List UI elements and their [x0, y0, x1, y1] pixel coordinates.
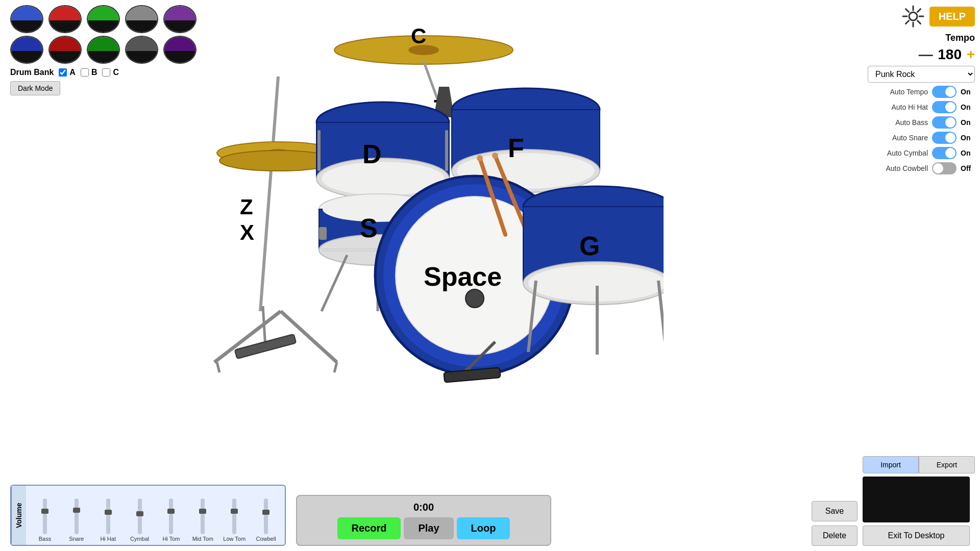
auto-tempo-toggle[interactable]: [932, 86, 957, 98]
style-select[interactable]: Punk Rock Jazz Rock Pop Blues Hip Hop: [868, 66, 975, 83]
volume-label: Volume: [11, 486, 26, 545]
channel-hihat: Hi Hat: [94, 498, 122, 542]
hihat-x-label[interactable]: X: [240, 220, 254, 244]
svg-line-7: [917, 9, 920, 12]
tempo-value: 180: [937, 46, 963, 63]
hihat-fader[interactable]: [106, 498, 110, 534]
cowbell-channel-label: Cowbell: [256, 536, 276, 542]
save-button[interactable]: Save: [812, 501, 857, 521]
svg-line-9: [260, 77, 278, 311]
bass-channel-label: Bass: [39, 536, 51, 542]
auto-cymbal-toggle[interactable]: [932, 147, 957, 159]
auto-snare-state: On: [961, 134, 975, 142]
svg-line-13: [334, 362, 337, 372]
auto-tempo-row: Auto Tempo On: [868, 86, 975, 98]
gear-icon[interactable]: [902, 5, 924, 28]
auto-cymbal-label: Auto Cymbal: [868, 149, 928, 157]
svg-line-5: [905, 9, 909, 12]
auto-cymbal-state: On: [961, 149, 975, 157]
channel-cowbell: Cowbell: [252, 498, 280, 542]
top-icons-row: HELP: [902, 5, 975, 28]
swatch-red-dark[interactable]: [48, 36, 82, 64]
svg-line-8: [905, 21, 909, 24]
auto-hihat-label: Auto Hi Hat: [868, 103, 928, 111]
swatch-gray[interactable]: [125, 5, 158, 33]
bank-c-checkbox[interactable]: C: [102, 68, 119, 77]
waveform-display: [863, 477, 970, 522]
svg-point-52: [492, 153, 498, 159]
svg-rect-27: [445, 130, 448, 171]
help-button[interactable]: HELP: [929, 7, 975, 27]
hihat-channel-label: Hi Hat: [100, 536, 116, 542]
dark-mode-button[interactable]: Dark Mode: [10, 81, 60, 95]
midtom-fader[interactable]: [201, 498, 205, 534]
lowtom-fader[interactable]: [232, 498, 236, 534]
bass-fader[interactable]: [43, 498, 47, 534]
midtom-channel-label: Mid Tom: [192, 536, 213, 542]
loop-button[interactable]: Loop: [457, 517, 510, 539]
hitom-fader[interactable]: [169, 498, 173, 534]
right-tom-f-label[interactable]: F: [508, 133, 524, 163]
import-export-row: Import Export: [863, 456, 975, 473]
bank-a-checkbox[interactable]: A: [59, 68, 76, 77]
record-button[interactable]: Record: [337, 517, 401, 539]
transport-buttons: Record Play Loop: [337, 517, 510, 539]
svg-point-45: [465, 289, 484, 308]
auto-bass-row: Auto Bass On: [868, 116, 975, 129]
auto-snare-toggle[interactable]: [932, 132, 957, 144]
auto-hihat-row: Auto Hi Hat On: [868, 101, 975, 113]
bass-space-label[interactable]: Space: [424, 262, 502, 291]
cymbal-c-label[interactable]: C: [411, 24, 426, 48]
swatch-green[interactable]: [87, 5, 120, 33]
auto-hihat-toggle[interactable]: [932, 101, 957, 113]
settings-panel: HELP Tempo — 180 + Punk Rock Jazz Rock P…: [863, 5, 975, 174]
swatch-blue-dark[interactable]: [10, 36, 43, 64]
svg-line-39: [322, 255, 347, 311]
channel-bass: Bass: [31, 498, 59, 542]
auto-cowbell-toggle[interactable]: [932, 162, 957, 174]
volume-mixer: Volume Bass Snare Hi Hat Cymbal: [10, 485, 286, 546]
auto-cowbell-state: Off: [961, 164, 975, 172]
tempo-plus-button[interactable]: +: [967, 47, 975, 62]
export-button[interactable]: Export: [919, 456, 975, 473]
svg-line-17: [263, 306, 265, 347]
swatch-gray-dark[interactable]: [125, 36, 158, 64]
hihat-z-label[interactable]: Z: [240, 195, 253, 219]
swatch-red[interactable]: [48, 5, 82, 33]
swatch-blue[interactable]: [10, 5, 43, 33]
auto-snare-label: Auto Snare: [868, 134, 928, 142]
floor-tom-g-label[interactable]: G: [579, 231, 600, 261]
auto-cowbell-row: Auto Cowbell Off: [868, 162, 975, 174]
auto-bass-toggle[interactable]: [932, 116, 957, 129]
svg-point-51: [477, 155, 483, 161]
auto-bass-state: On: [961, 118, 975, 127]
cymbal-fader[interactable]: [138, 498, 142, 534]
snare-s-label[interactable]: S: [360, 213, 378, 243]
import-button[interactable]: Import: [863, 456, 919, 473]
left-rack-tom[interactable]: D: [316, 102, 449, 199]
snare-fader[interactable]: [75, 498, 79, 534]
drum-bank-text: Drum Bank: [10, 68, 54, 77]
mixer-channels: Bass Snare Hi Hat Cymbal Hi Tom: [26, 486, 285, 545]
svg-rect-34: [319, 227, 327, 240]
auto-bass-label: Auto Bass: [868, 118, 928, 127]
cymbal-channel-label: Cymbal: [130, 536, 149, 542]
channel-cymbal: Cymbal: [126, 498, 154, 542]
right-panel: Import Export Exit To Desktop: [863, 456, 975, 546]
auto-hihat-state: On: [961, 103, 975, 111]
exit-to-desktop-button[interactable]: Exit To Desktop: [863, 525, 970, 546]
tempo-label: Tempo: [945, 33, 975, 43]
left-tom-d-label[interactable]: D: [362, 139, 382, 169]
play-button[interactable]: Play: [404, 517, 453, 539]
delete-button[interactable]: Delete: [812, 525, 857, 546]
swatch-green-dark[interactable]: [87, 36, 120, 64]
channel-midtom: Mid Tom: [189, 498, 216, 542]
cowbell-fader[interactable]: [264, 498, 268, 534]
tempo-minus-button[interactable]: —: [919, 47, 933, 62]
svg-rect-26: [317, 130, 321, 171]
svg-line-12: [217, 362, 219, 372]
save-delete-area: Save Delete: [812, 501, 857, 546]
auto-cymbal-row: Auto Cymbal On: [868, 147, 975, 159]
svg-line-6: [917, 21, 920, 24]
bank-b-checkbox[interactable]: B: [81, 68, 97, 77]
